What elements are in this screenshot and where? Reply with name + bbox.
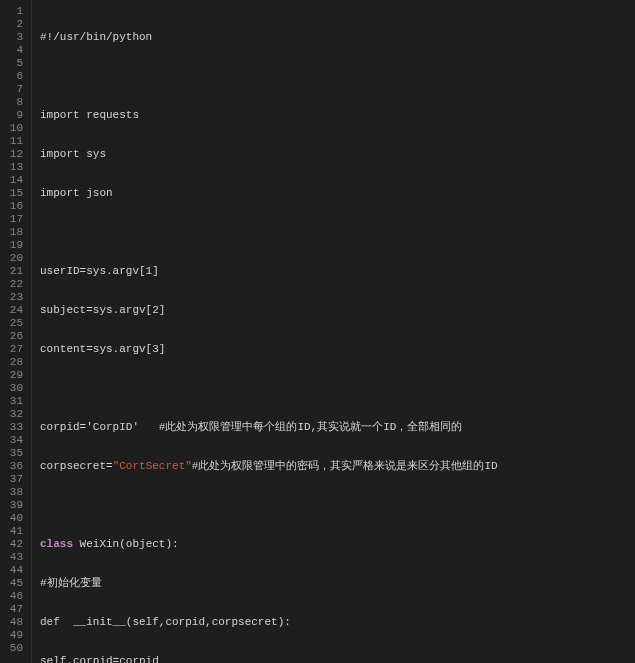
code-line[interactable]: #!/usr/bin/python: [40, 31, 619, 44]
code-line[interactable]: content=sys.argv[3]: [40, 343, 619, 356]
lineno: 40: [0, 512, 23, 525]
lineno: 25: [0, 317, 23, 330]
lineno: 30: [0, 382, 23, 395]
lineno: 26: [0, 330, 23, 343]
gutter: 1 2 3 4 5 6 7 8 9 10 11 12 13 14 15 16 1…: [0, 0, 32, 663]
lineno: 15: [0, 187, 23, 200]
lineno: 24: [0, 304, 23, 317]
lineno: 38: [0, 486, 23, 499]
code-line[interactable]: [40, 382, 619, 395]
lineno: 13: [0, 161, 23, 174]
lineno: 20: [0, 252, 23, 265]
code-line[interactable]: import json: [40, 187, 619, 200]
editor: 1 2 3 4 5 6 7 8 9 10 11 12 13 14 15 16 1…: [0, 0, 635, 663]
lineno: 27: [0, 343, 23, 356]
lineno: 10: [0, 122, 23, 135]
lineno: 22: [0, 278, 23, 291]
code-line[interactable]: userID=sys.argv[1]: [40, 265, 619, 278]
lineno: 21: [0, 265, 23, 278]
code-line[interactable]: [40, 499, 619, 512]
code-line[interactable]: corpsecret="CortSecret"#此处为权限管理中的密码，其实严格…: [40, 460, 619, 473]
code-line[interactable]: subject=sys.argv[2]: [40, 304, 619, 317]
code-line[interactable]: import sys: [40, 148, 619, 161]
lineno: 4: [0, 44, 23, 57]
lineno: 5: [0, 57, 23, 70]
lineno: 42: [0, 538, 23, 551]
lineno: 47: [0, 603, 23, 616]
code-line[interactable]: [40, 226, 619, 239]
lineno: 37: [0, 473, 23, 486]
lineno: 2: [0, 18, 23, 31]
lineno: 16: [0, 200, 23, 213]
lineno: 7: [0, 83, 23, 96]
lineno: 33: [0, 421, 23, 434]
lineno: 31: [0, 395, 23, 408]
code-line[interactable]: class WeiXin(object):: [40, 538, 619, 551]
code-area[interactable]: #!/usr/bin/python import requests import…: [32, 0, 619, 663]
lineno: 8: [0, 96, 23, 109]
lineno: 46: [0, 590, 23, 603]
lineno: 45: [0, 577, 23, 590]
lineno: 14: [0, 174, 23, 187]
lineno: 9: [0, 109, 23, 122]
code-line[interactable]: #初始化变量: [40, 577, 619, 590]
code-line[interactable]: import requests: [40, 109, 619, 122]
code-line[interactable]: [40, 70, 619, 83]
code-line[interactable]: def __init__(self,corpid,corpsecret):: [40, 616, 619, 629]
lineno: 1: [0, 5, 23, 18]
lineno: 32: [0, 408, 23, 421]
lineno: 23: [0, 291, 23, 304]
lineno: 35: [0, 447, 23, 460]
lineno: 28: [0, 356, 23, 369]
lineno: 11: [0, 135, 23, 148]
lineno: 36: [0, 460, 23, 473]
lineno: 44: [0, 564, 23, 577]
lineno: 43: [0, 551, 23, 564]
lineno: 6: [0, 70, 23, 83]
code-line[interactable]: self.corpid=corpid: [40, 655, 619, 663]
lineno: 29: [0, 369, 23, 382]
lineno: 41: [0, 525, 23, 538]
code-line[interactable]: corpid='CorpID' #此处为权限管理中每个组的ID,其实说就一个ID…: [40, 421, 619, 434]
lineno: 19: [0, 239, 23, 252]
lineno: 50: [0, 642, 23, 655]
lineno: 34: [0, 434, 23, 447]
lineno: 3: [0, 31, 23, 44]
lineno: 12: [0, 148, 23, 161]
lineno: 18: [0, 226, 23, 239]
lineno: 17: [0, 213, 23, 226]
lineno: 39: [0, 499, 23, 512]
lineno: 48: [0, 616, 23, 629]
lineno: 49: [0, 629, 23, 642]
